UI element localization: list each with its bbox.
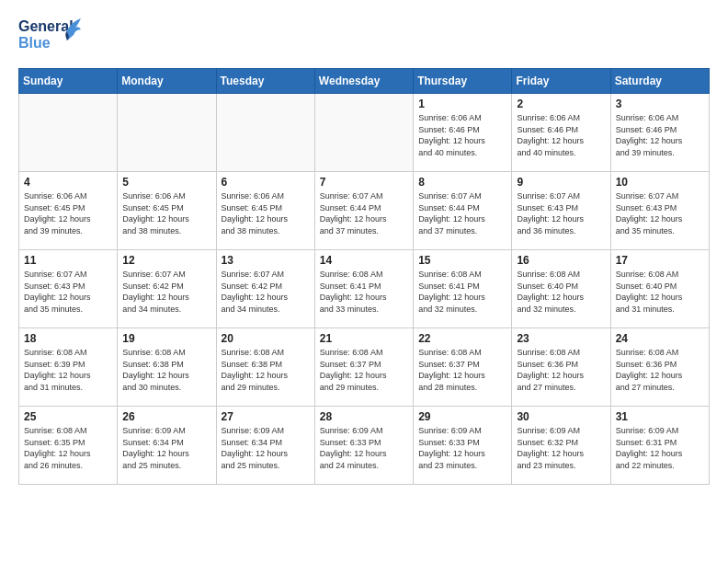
day-info: Sunrise: 6:06 AM Sunset: 6:46 PM Dayligh… [616, 112, 704, 158]
day-number: 27 [222, 410, 310, 423]
day-number: 10 [616, 176, 704, 189]
day-number: 6 [222, 176, 310, 189]
week-row-5: 25Sunrise: 6:08 AM Sunset: 6:35 PM Dayli… [19, 407, 710, 485]
day-number: 12 [122, 254, 210, 267]
day-number: 30 [517, 410, 605, 423]
day-number: 13 [222, 254, 310, 267]
day-info: Sunrise: 6:08 AM Sunset: 6:37 PM Dayligh… [418, 347, 506, 393]
header-row: SundayMondayTuesdayWednesdayThursdayFrid… [19, 69, 710, 94]
day-number: 31 [616, 410, 704, 423]
calendar-cell: 9Sunrise: 6:07 AM Sunset: 6:43 PM Daylig… [512, 172, 610, 250]
day-number: 2 [517, 98, 605, 110]
day-info: Sunrise: 6:07 AM Sunset: 6:43 PM Dayligh… [517, 190, 605, 236]
calendar-cell: 18Sunrise: 6:08 AM Sunset: 6:39 PM Dayli… [19, 328, 118, 407]
day-info: Sunrise: 6:08 AM Sunset: 6:40 PM Dayligh… [517, 269, 605, 315]
calendar-cell: 8Sunrise: 6:07 AM Sunset: 6:44 PM Daylig… [414, 172, 512, 250]
day-info: Sunrise: 6:09 AM Sunset: 6:34 PM Dayligh… [222, 425, 310, 471]
day-number: 19 [122, 332, 210, 345]
calendar-table: SundayMondayTuesdayWednesdayThursdayFrid… [18, 68, 710, 485]
calendar-cell: 10Sunrise: 6:07 AM Sunset: 6:43 PM Dayli… [610, 172, 709, 250]
day-header-wednesday: Wednesday [314, 69, 413, 94]
day-header-tuesday: Tuesday [216, 69, 314, 94]
day-header-thursday: Thursday [414, 69, 512, 94]
day-header-friday: Friday [512, 69, 610, 94]
day-number: 7 [320, 176, 408, 189]
day-number: 16 [517, 254, 605, 267]
calendar-cell: 5Sunrise: 6:06 AM Sunset: 6:45 PM Daylig… [118, 172, 216, 250]
calendar-cell: 11Sunrise: 6:07 AM Sunset: 6:43 PM Dayli… [19, 250, 118, 328]
calendar-cell: 26Sunrise: 6:09 AM Sunset: 6:34 PM Dayli… [118, 407, 216, 485]
day-number: 23 [517, 332, 605, 345]
day-header-saturday: Saturday [610, 69, 709, 94]
day-info: Sunrise: 6:08 AM Sunset: 6:41 PM Dayligh… [320, 269, 408, 315]
calendar-cell: 23Sunrise: 6:08 AM Sunset: 6:36 PM Dayli… [512, 328, 610, 407]
calendar-cell [216, 94, 314, 172]
day-number: 15 [418, 254, 506, 267]
week-row-1: 1Sunrise: 6:06 AM Sunset: 6:46 PM Daylig… [19, 94, 710, 172]
calendar-cell: 4Sunrise: 6:06 AM Sunset: 6:45 PM Daylig… [19, 172, 118, 250]
calendar-cell: 14Sunrise: 6:08 AM Sunset: 6:41 PM Dayli… [314, 250, 413, 328]
calendar-cell: 22Sunrise: 6:08 AM Sunset: 6:37 PM Dayli… [414, 328, 512, 407]
calendar-cell: 19Sunrise: 6:08 AM Sunset: 6:38 PM Dayli… [118, 328, 216, 407]
day-info: Sunrise: 6:08 AM Sunset: 6:41 PM Dayligh… [418, 269, 506, 315]
page-header: General Blue [18, 18, 710, 59]
day-number: 3 [616, 98, 704, 110]
calendar-cell: 6Sunrise: 6:06 AM Sunset: 6:45 PM Daylig… [216, 172, 314, 250]
calendar-cell: 30Sunrise: 6:09 AM Sunset: 6:32 PM Dayli… [512, 407, 610, 485]
day-info: Sunrise: 6:09 AM Sunset: 6:33 PM Dayligh… [320, 425, 408, 471]
calendar-cell: 1Sunrise: 6:06 AM Sunset: 6:46 PM Daylig… [414, 94, 512, 172]
day-number: 22 [418, 332, 506, 345]
calendar-cell: 12Sunrise: 6:07 AM Sunset: 6:42 PM Dayli… [118, 250, 216, 328]
week-row-2: 4Sunrise: 6:06 AM Sunset: 6:45 PM Daylig… [19, 172, 710, 250]
calendar-cell [19, 94, 118, 172]
day-info: Sunrise: 6:09 AM Sunset: 6:32 PM Dayligh… [517, 425, 605, 471]
calendar-cell: 17Sunrise: 6:08 AM Sunset: 6:40 PM Dayli… [610, 250, 709, 328]
day-number: 21 [320, 332, 408, 345]
day-number: 4 [24, 176, 112, 189]
day-number: 18 [24, 332, 112, 345]
calendar-cell: 20Sunrise: 6:08 AM Sunset: 6:38 PM Dayli… [216, 328, 314, 407]
day-info: Sunrise: 6:07 AM Sunset: 6:44 PM Dayligh… [320, 190, 408, 236]
calendar-cell: 7Sunrise: 6:07 AM Sunset: 6:44 PM Daylig… [314, 172, 413, 250]
day-info: Sunrise: 6:06 AM Sunset: 6:46 PM Dayligh… [418, 112, 506, 158]
day-number: 20 [222, 332, 310, 345]
day-number: 25 [24, 410, 112, 423]
logo: General Blue [18, 18, 83, 59]
day-number: 29 [418, 410, 506, 423]
day-info: Sunrise: 6:08 AM Sunset: 6:36 PM Dayligh… [616, 347, 704, 393]
day-number: 5 [122, 176, 210, 189]
day-info: Sunrise: 6:08 AM Sunset: 6:35 PM Dayligh… [24, 425, 112, 471]
calendar-cell: 16Sunrise: 6:08 AM Sunset: 6:40 PM Dayli… [512, 250, 610, 328]
day-info: Sunrise: 6:08 AM Sunset: 6:39 PM Dayligh… [24, 347, 112, 393]
calendar-cell: 24Sunrise: 6:08 AM Sunset: 6:36 PM Dayli… [610, 328, 709, 407]
calendar-cell: 28Sunrise: 6:09 AM Sunset: 6:33 PM Dayli… [314, 407, 413, 485]
day-info: Sunrise: 6:09 AM Sunset: 6:34 PM Dayligh… [122, 425, 210, 471]
day-info: Sunrise: 6:08 AM Sunset: 6:38 PM Dayligh… [122, 347, 210, 393]
day-info: Sunrise: 6:08 AM Sunset: 6:40 PM Dayligh… [616, 269, 704, 315]
day-info: Sunrise: 6:07 AM Sunset: 6:43 PM Dayligh… [616, 190, 704, 236]
day-number: 8 [418, 176, 506, 189]
calendar-cell: 3Sunrise: 6:06 AM Sunset: 6:46 PM Daylig… [610, 94, 709, 172]
day-number: 24 [616, 332, 704, 345]
calendar-cell [118, 94, 216, 172]
day-number: 11 [24, 254, 112, 267]
calendar-cell: 29Sunrise: 6:09 AM Sunset: 6:33 PM Dayli… [414, 407, 512, 485]
week-row-4: 18Sunrise: 6:08 AM Sunset: 6:39 PM Dayli… [19, 328, 710, 407]
calendar-cell: 21Sunrise: 6:08 AM Sunset: 6:37 PM Dayli… [314, 328, 413, 407]
day-info: Sunrise: 6:06 AM Sunset: 6:45 PM Dayligh… [222, 190, 310, 236]
day-info: Sunrise: 6:07 AM Sunset: 6:42 PM Dayligh… [122, 269, 210, 315]
calendar-cell: 27Sunrise: 6:09 AM Sunset: 6:34 PM Dayli… [216, 407, 314, 485]
day-info: Sunrise: 6:07 AM Sunset: 6:44 PM Dayligh… [418, 190, 506, 236]
calendar-cell: 31Sunrise: 6:09 AM Sunset: 6:31 PM Dayli… [610, 407, 709, 485]
day-number: 28 [320, 410, 408, 423]
day-info: Sunrise: 6:06 AM Sunset: 6:45 PM Dayligh… [24, 190, 112, 236]
day-number: 26 [122, 410, 210, 423]
calendar-cell: 2Sunrise: 6:06 AM Sunset: 6:46 PM Daylig… [512, 94, 610, 172]
day-header-sunday: Sunday [19, 69, 118, 94]
day-number: 9 [517, 176, 605, 189]
day-info: Sunrise: 6:08 AM Sunset: 6:38 PM Dayligh… [222, 347, 310, 393]
day-number: 14 [320, 254, 408, 267]
day-info: Sunrise: 6:06 AM Sunset: 6:45 PM Dayligh… [122, 190, 210, 236]
day-info: Sunrise: 6:06 AM Sunset: 6:46 PM Dayligh… [517, 112, 605, 158]
day-info: Sunrise: 6:08 AM Sunset: 6:37 PM Dayligh… [320, 347, 408, 393]
